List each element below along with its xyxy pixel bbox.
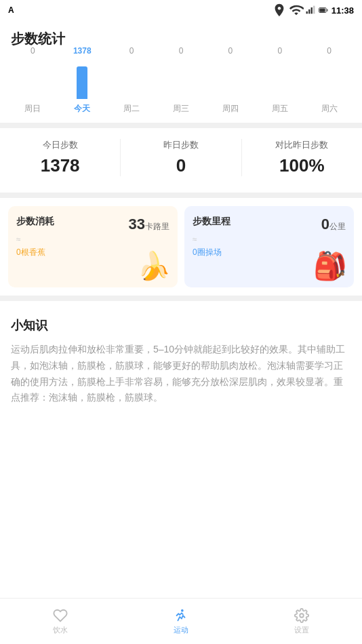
nav-item-settings[interactable]: 设置 bbox=[241, 603, 362, 641]
chart-col-周六: 0周六 bbox=[304, 46, 354, 115]
chart-col-周四: 0周四 bbox=[205, 46, 255, 115]
signal-icon bbox=[306, 5, 315, 15]
chart-value-周日: 0 bbox=[31, 46, 35, 56]
card-distance-unit: 公里 bbox=[329, 222, 346, 231]
banana-icon: 🍌 bbox=[137, 250, 171, 282]
knowledge-text: 运动后肌肉拉伸和放松非常重要，5–10分钟就能起到比较好的效果。其中辅助工具，如… bbox=[11, 342, 351, 406]
chart-col-周五: 0周五 bbox=[255, 46, 304, 115]
bar-container-周五 bbox=[275, 58, 285, 99]
svg-rect-0 bbox=[306, 12, 307, 14]
stat-today-label: 今日步数 bbox=[43, 139, 78, 151]
chart-area: 0周日1378今天0周二0周三0周四0周五0周六 bbox=[5, 54, 357, 115]
heart-icon bbox=[53, 608, 68, 623]
chart-value-周五: 0 bbox=[277, 46, 282, 56]
chart-col-周二: 0周二 bbox=[107, 46, 157, 115]
stat-yesterday-label: 昨日步数 bbox=[163, 139, 199, 151]
svg-rect-3 bbox=[313, 6, 315, 14]
carrier-label: A bbox=[8, 5, 14, 15]
status-icons: 11:38 bbox=[272, 3, 354, 18]
backpack-icon: 🎒 bbox=[313, 250, 347, 282]
stat-today-value: 1378 bbox=[41, 155, 80, 176]
bar-container-周日 bbox=[27, 58, 38, 99]
gear-icon bbox=[294, 608, 309, 623]
status-bar: A 11:38 bbox=[0, 0, 362, 20]
step-chart: 0周日1378今天0周二0周三0周四0周五0周六 bbox=[0, 54, 362, 123]
bar-container-今天 bbox=[77, 58, 87, 99]
card-distance-value: 0 bbox=[321, 216, 329, 233]
bar-container-周六 bbox=[324, 58, 335, 99]
bar-container-周四 bbox=[225, 58, 236, 99]
chart-value-周四: 0 bbox=[228, 46, 233, 56]
run-icon bbox=[174, 608, 188, 623]
card-calories-value: 33 bbox=[129, 216, 145, 233]
chart-label-周四: 周四 bbox=[222, 103, 239, 115]
wifi-icon bbox=[289, 3, 304, 18]
chart-col-周三: 0周三 bbox=[157, 46, 206, 115]
svg-rect-2 bbox=[310, 7, 312, 14]
nav-label-drink: 饮水 bbox=[53, 625, 68, 635]
chart-label-周六: 周六 bbox=[321, 103, 338, 115]
stat-compare-value: 100% bbox=[279, 155, 325, 176]
card-calories-unit: 卡路里 bbox=[145, 222, 169, 231]
chart-col-今天: 1378今天 bbox=[58, 46, 107, 115]
time-label: 11:38 bbox=[331, 5, 354, 16]
svg-point-7 bbox=[300, 613, 304, 618]
card-distance: 步数里程 ≈ 0公里 0圈操场 🎒 bbox=[184, 206, 354, 287]
chart-value-今天: 1378 bbox=[73, 46, 92, 56]
svg-rect-6 bbox=[319, 8, 325, 12]
bar-container-周二 bbox=[126, 58, 137, 99]
card-calories: 步数消耗 ≈ 33卡路里 0根香蕉 🍌 bbox=[8, 206, 178, 287]
chart-col-周日: 0周日 bbox=[8, 46, 58, 115]
main-content: 步数统计 0周日1378今天0周二0周三0周四0周五0周六 今日步数 1378 … bbox=[0, 20, 362, 644]
chart-value-周六: 0 bbox=[327, 46, 331, 56]
battery-icon bbox=[317, 5, 329, 15]
bar-container-周三 bbox=[176, 58, 186, 99]
card-calories-value-container: 33卡路里 bbox=[129, 216, 169, 233]
bar-今天 bbox=[77, 66, 87, 99]
divider-3 bbox=[0, 296, 362, 301]
divider-2 bbox=[0, 193, 362, 198]
stat-yesterday: 昨日步数 0 bbox=[121, 139, 241, 176]
svg-rect-5 bbox=[327, 9, 327, 12]
knowledge-title: 小知识 bbox=[11, 317, 351, 334]
divider-1 bbox=[0, 123, 362, 128]
chart-value-周二: 0 bbox=[129, 46, 134, 56]
knowledge-section: 小知识 运动后肌肉拉伸和放松非常重要，5–10分钟就能起到比较好的效果。其中辅助… bbox=[0, 306, 362, 417]
stat-compare: 对比昨日步数 100% bbox=[242, 139, 362, 176]
stats-row: 今日步数 1378 昨日步数 0 对比昨日步数 100% bbox=[0, 128, 362, 187]
card-distance-approx: ≈ bbox=[193, 235, 346, 244]
card-calories-approx: ≈ bbox=[16, 235, 169, 244]
chart-value-周三: 0 bbox=[179, 46, 184, 56]
bottom-nav: 饮水 运动 设置 bbox=[0, 598, 362, 644]
nav-item-exercise[interactable]: 运动 bbox=[121, 603, 241, 641]
chart-label-周二: 周二 bbox=[123, 103, 140, 115]
chart-label-今天: 今天 bbox=[74, 103, 90, 115]
stat-today: 今日步数 1378 bbox=[0, 139, 121, 176]
location-icon bbox=[272, 3, 287, 18]
stat-compare-label: 对比昨日步数 bbox=[275, 139, 328, 151]
nav-label-exercise: 运动 bbox=[174, 625, 188, 635]
chart-label-周五: 周五 bbox=[272, 103, 288, 115]
cards-container: 步数消耗 ≈ 33卡路里 0根香蕉 🍌 步数里程 ≈ 0公里 0圈操场 🎒 bbox=[0, 198, 362, 296]
svg-rect-1 bbox=[308, 9, 310, 14]
card-distance-value-container: 0公里 bbox=[321, 216, 346, 233]
chart-label-周三: 周三 bbox=[173, 103, 189, 115]
chart-label-周日: 周日 bbox=[24, 103, 41, 115]
nav-item-drink[interactable]: 饮水 bbox=[0, 603, 121, 641]
stat-yesterday-value: 0 bbox=[176, 155, 186, 176]
nav-label-settings: 设置 bbox=[294, 625, 309, 635]
